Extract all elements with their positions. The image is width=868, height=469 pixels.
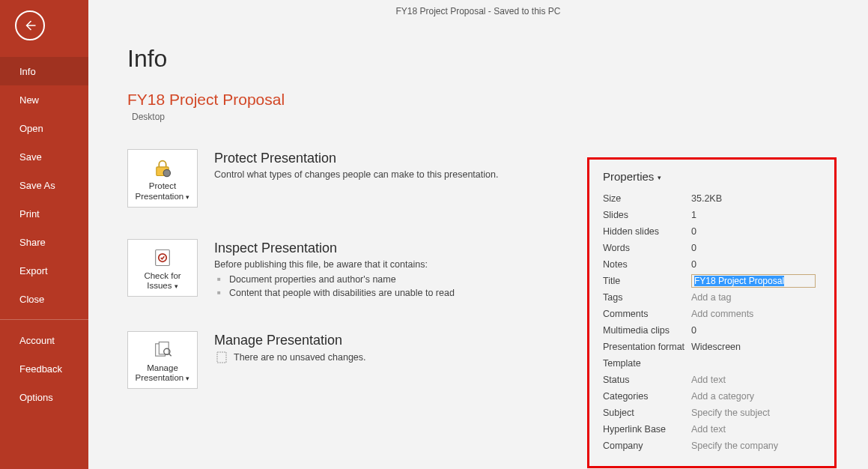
categories-input[interactable]: Add a category: [691, 391, 754, 402]
inspect-item-list: Document properties and author's name Co…: [214, 273, 455, 300]
nav-label: Save: [19, 151, 42, 163]
title-selected-text: FY18 Project Proposal: [694, 276, 784, 286]
prop-comments: CommentsAdd comments: [603, 306, 821, 322]
chevron-down-icon: ▾: [186, 375, 189, 382]
list-item: Document properties and author's name: [214, 273, 455, 286]
document-title: FY18 Project Proposal: [127, 91, 868, 109]
manage-msg: There are no unsaved changes.: [234, 352, 366, 363]
nav-export[interactable]: Export: [0, 256, 88, 285]
prop-size: Size35.2KB: [603, 190, 821, 207]
nav-label: Account: [19, 335, 55, 346]
back-button[interactable]: [15, 10, 45, 40]
svg-rect-8: [217, 352, 226, 363]
svg-line-7: [169, 354, 172, 356]
hyperlink-base-input[interactable]: Add text: [691, 424, 726, 435]
prop-hidden-slides: Hidden slides0: [603, 223, 821, 240]
nav-label: Options: [19, 392, 53, 403]
nav-options[interactable]: Options: [0, 383, 88, 411]
prop-multimedia: Multimedia clips0: [603, 322, 821, 339]
nav-saveas[interactable]: Save As: [0, 171, 88, 199]
prop-tags: TagsAdd a tag: [603, 289, 821, 306]
nav-save[interactable]: Save: [0, 142, 88, 171]
checklist-icon: [152, 247, 173, 268]
prop-status: StatusAdd text: [603, 372, 821, 388]
nav-label: Export: [19, 265, 48, 276]
nav-label: Close: [19, 294, 44, 305]
prop-title: Title FY18 Project Proposal: [603, 273, 821, 289]
inspect-desc: Before publishing this file, be aware th…: [214, 259, 455, 270]
nav-feedback[interactable]: Feedback: [0, 354, 88, 383]
list-item: Content that people with disabilities ar…: [214, 286, 455, 300]
manage-presentation-button[interactable]: Manage Presentation ▾: [127, 331, 198, 390]
svg-point-1: [163, 169, 170, 176]
nav-print[interactable]: Print: [0, 199, 88, 228]
nav-open[interactable]: Open: [0, 114, 88, 142]
prop-notes: Notes0: [603, 256, 821, 273]
company-input[interactable]: Specify the company: [691, 441, 778, 451]
page-title: Info: [127, 45, 868, 73]
subject-input[interactable]: Specify the subject: [691, 408, 770, 418]
comments-input[interactable]: Add comments: [691, 309, 753, 319]
nav-close[interactable]: Close: [0, 285, 88, 313]
prop-slides: Slides1: [603, 207, 821, 223]
button-label: Manage Presentation: [136, 363, 184, 383]
nav-divider: [0, 319, 88, 320]
backstage-sidebar: Info New Open Save Save As Print Share E…: [0, 0, 88, 469]
nav-label: Save As: [19, 180, 55, 191]
prop-company: CompanySpecify the company: [603, 438, 821, 454]
tags-input[interactable]: Add a tag: [691, 292, 732, 303]
nav-label: Share: [19, 237, 46, 248]
properties-panel: Properties ▾ Size35.2KB Slides1 Hidden s…: [587, 157, 837, 468]
nav-label: Feedback: [19, 363, 62, 375]
nav-label: Info: [19, 66, 36, 77]
status-input[interactable]: Add text: [691, 375, 726, 385]
title-input[interactable]: FY18 Project Proposal: [691, 274, 816, 288]
chevron-down-icon: ▾: [174, 282, 178, 290]
protect-desc: Control what types of changes people can…: [214, 169, 498, 180]
nav-share[interactable]: Share: [0, 228, 88, 256]
properties-dropdown[interactable]: Properties ▾: [603, 170, 821, 183]
prop-format: Presentation formatWidescreen: [603, 339, 821, 355]
prop-categories: CategoriesAdd a category: [603, 388, 821, 405]
prop-subject: SubjectSpecify the subject: [603, 405, 821, 421]
protect-presentation-button[interactable]: Protect Presentation ▾: [127, 149, 198, 208]
nav-label: Open: [19, 123, 43, 134]
inspect-title: Inspect Presentation: [214, 240, 455, 256]
nav-account[interactable]: Account: [0, 326, 88, 354]
arrow-left-icon: [23, 19, 37, 32]
lock-icon: [152, 157, 173, 178]
document-icon: [214, 351, 229, 363]
button-label: Protect Presentation: [136, 181, 184, 201]
chevron-down-icon: ▾: [186, 193, 189, 200]
protect-title: Protect Presentation: [214, 151, 498, 166]
content-area: FY18 Project Proposal - Saved to this PC…: [88, 0, 868, 469]
documents-icon: [152, 339, 173, 360]
window-title: FY18 Project Proposal - Saved to this PC: [88, 0, 868, 21]
manage-title: Manage Presentation: [214, 333, 366, 348]
check-issues-button[interactable]: Check for Issues ▾: [127, 239, 198, 297]
prop-template: Template: [603, 355, 821, 372]
chevron-down-icon: ▾: [658, 174, 661, 181]
document-path: Desktop: [132, 112, 868, 122]
nav-label: Print: [19, 208, 40, 220]
nav-label: New: [19, 94, 39, 106]
prop-hyperlink-base: Hyperlink BaseAdd text: [603, 421, 821, 438]
nav-info[interactable]: Info: [0, 57, 88, 85]
prop-words: Words0: [603, 240, 821, 256]
properties-label: Properties: [603, 170, 654, 183]
nav-new[interactable]: New: [0, 85, 88, 114]
